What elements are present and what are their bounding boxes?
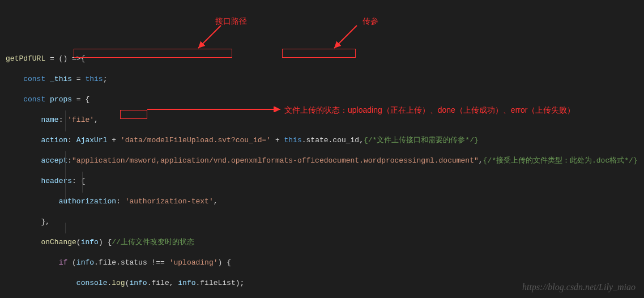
code-line: if (info.file.status !== 'uploading') { [6, 258, 644, 268]
code-line: }, [6, 217, 644, 227]
code-line: const props = { [6, 95, 644, 105]
code-line: authorization: 'authorization-text', [6, 197, 644, 207]
watermark: https://blog.csdn.net/Lily_miao [522, 282, 636, 292]
annotation-interface-path: 接口路径 [215, 16, 247, 26]
code-line: onChange(info) {//上传文件改变时的状态 [6, 237, 644, 248]
code-line: name: 'file', [6, 115, 644, 125]
code-line: getPdfURL = () =>{ [6, 54, 644, 64]
code-editor[interactable]: getPdfURL = () =>{ const _this = this; c… [0, 41, 644, 298]
code-line: action: AjaxUrl + 'data/modelFileUpload.… [6, 135, 644, 146]
annotation-status: 文件上传的状态：uploading（正在上传）、done（上传成功）、error… [284, 105, 575, 115]
code-line: const _this = this; [6, 74, 644, 84]
code-line: headers: { [6, 176, 644, 186]
code-line: accept:"application/msword,application/v… [6, 156, 644, 166]
annotation-params: 传参 [362, 16, 378, 26]
